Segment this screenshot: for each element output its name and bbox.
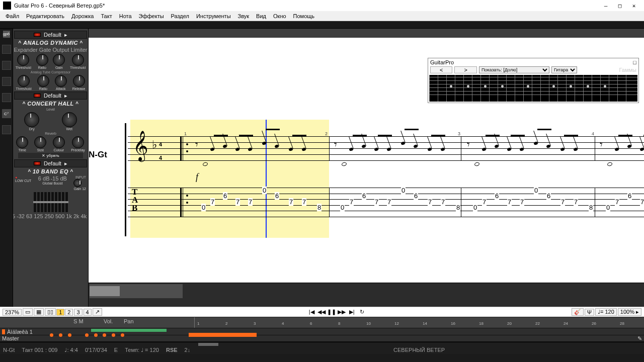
treble-clef-icon: 𝄞	[133, 131, 148, 161]
system-brace	[125, 123, 126, 236]
fx-preset-1[interactable]: Default▸	[14, 31, 87, 39]
close-button[interactable]: ✕	[627, 3, 641, 9]
track-overview	[89, 283, 644, 307]
score-canvas: Северный Ветер.gp5* × N-Gt 𝄞 ♭ 44 TAB f …	[89, 29, 644, 307]
fret-instr-select[interactable]: Гитара	[551, 66, 577, 73]
forward-end-button[interactable]: ▶|	[348, 309, 356, 316]
fretboard-close-icon[interactable]: □	[633, 59, 636, 65]
fretboard-display[interactable]	[429, 75, 637, 102]
standard-staff	[128, 136, 644, 172]
menu-Эффекты[interactable]: Эффекты	[135, 13, 168, 19]
tuning-fork-icon[interactable]: Ψ	[585, 309, 594, 316]
view-mode-3[interactable]: ▯▯	[45, 308, 56, 316]
fx-analog-dynamic: ^ ANALOG DYNAMIC ^ Expander GateOutputLi…	[13, 40, 88, 90]
track-row[interactable]: Àìäîæêà 1	[0, 328, 644, 335]
menu-Вид[interactable]: Вид	[253, 13, 270, 19]
power-led-icon	[34, 33, 41, 37]
fret-next-button[interactable]: >	[454, 66, 476, 73]
menubar: ФайлРедактироватьДорожкаТактНотаЭффектыР…	[0, 11, 644, 21]
track-label: N-Gt	[89, 150, 107, 160]
key-signature: ♭	[152, 138, 157, 151]
dynamic-forte: f	[196, 172, 198, 183]
view-mode-2[interactable]: ▦	[34, 308, 44, 316]
fx-10band-eq: ^ 10 BAND EQ ^ ● LOW CUT 6 dB -15 dB Glo…	[13, 168, 88, 219]
footer-toolbar: 237% ▭ ▦ ▯▯ 1 2 3 4 ↗ |◀ ◀◀ ❚❚ ▶▶ ▶| ↻ 🎸…	[0, 307, 644, 317]
fretboard-title: GuitarPro	[430, 59, 454, 65]
minimize-button[interactable]: —	[599, 3, 613, 9]
app-toolbar	[0, 21, 644, 29]
chord-tool-icon[interactable]: C⁷	[2, 109, 11, 118]
maximize-button[interactable]: □	[613, 3, 627, 9]
window-titlebar: Guitar Pro 6 - Северный Ветер.gp5* — □ ✕	[0, 0, 644, 11]
track-color-icon	[2, 329, 5, 334]
menu-Инструменты[interactable]: Инструменты	[193, 13, 234, 19]
window-title: Guitar Pro 6 - Северный Ветер.gp5*	[14, 3, 105, 9]
fretboard-panel[interactable]: GuitarPro□ < > Показать: [Долю] Гитара Г…	[428, 58, 639, 103]
menu-Раздел[interactable]: Раздел	[168, 13, 193, 19]
vertical-toolbar: gp6 C⁷	[0, 29, 13, 307]
mic-tool-icon[interactable]	[2, 125, 11, 134]
eq-sliders[interactable]	[13, 192, 88, 212]
fret-show-select[interactable]: Показать: [Долю]	[479, 66, 549, 73]
master-label: Master	[2, 335, 19, 341]
tab-staff	[128, 188, 644, 217]
h-scrollbar[interactable]	[0, 342, 644, 346]
fx-panel: Default▸ ^ ANALOG DYNAMIC ^ Expander Gat…	[13, 29, 89, 307]
menu-Окно[interactable]: Окно	[270, 13, 290, 19]
menu-Помощь[interactable]: Помощь	[290, 13, 318, 19]
view-mode-1[interactable]: ▭	[23, 308, 33, 316]
metronome-icon[interactable]: 🎸	[572, 308, 584, 316]
fx-preset-3[interactable]: Default▸	[14, 159, 87, 167]
mixer-header: S M Vol. Pan 123468101214161820222426283…	[0, 317, 644, 328]
fx-preset-2[interactable]: Default▸	[14, 92, 87, 100]
keyboard-tool-icon[interactable]	[2, 77, 11, 86]
track-overview-clip[interactable]	[90, 284, 183, 298]
fx-remove-button[interactable]: ✕ убрать	[18, 153, 83, 158]
pause-button[interactable]: ❚❚	[328, 309, 336, 316]
page-next[interactable]: ↗	[93, 308, 102, 316]
speed-pct[interactable]: 100% ▸	[618, 308, 641, 316]
menu-Редактировать[interactable]: Редактировать	[23, 13, 68, 19]
fx-concert-hall: ^ CONCERT HALL ^ Level DryWet Reverb Tim…	[13, 101, 88, 158]
drum-tool-icon[interactable]	[2, 93, 11, 102]
rewind-button[interactable]: |◀	[307, 309, 315, 316]
step-back-button[interactable]: ◀◀	[317, 309, 326, 316]
edit-pencil-icon[interactable]: ✎	[637, 335, 642, 342]
page-3[interactable]: 3	[74, 309, 82, 316]
note-tool-icon[interactable]	[2, 45, 11, 54]
menu-Нота[interactable]: Нота	[116, 13, 135, 19]
guitar-tool-icon[interactable]	[2, 61, 11, 70]
step-fwd-button[interactable]: ▶▶	[338, 309, 346, 316]
menu-Файл[interactable]: Файл	[2, 13, 23, 19]
status-bar: N-Gt Такт 001 : 009 ♩: 4:4 0'17/0'34 E Т…	[0, 346, 644, 354]
fret-scales-label[interactable]: Гаммы	[619, 67, 637, 73]
zoom-level[interactable]: 237%	[3, 309, 22, 316]
page-2[interactable]: 2	[65, 309, 73, 316]
track-name: Àìäîæêà 1	[7, 329, 33, 335]
loop-button[interactable]: ↻	[358, 309, 366, 316]
page-4[interactable]: 4	[84, 309, 92, 316]
repeat-begin-icon	[180, 136, 183, 160]
tab-staff-label: TAB	[132, 188, 137, 212]
gp6-logo-icon: gp6	[3, 31, 10, 38]
menu-Звук[interactable]: Звук	[234, 13, 253, 19]
menu-Такт[interactable]: Такт	[97, 13, 115, 19]
time-signature: 44	[159, 136, 162, 163]
fret-prev-button[interactable]: <	[430, 66, 452, 73]
tempo-input[interactable]: ♩= 120	[595, 308, 617, 316]
page-1[interactable]: 1	[56, 309, 64, 316]
menu-Дорожка[interactable]: Дорожка	[68, 13, 97, 19]
document-tabs: Северный Ветер.gp5* ×	[89, 29, 644, 38]
app-icon	[3, 2, 11, 10]
